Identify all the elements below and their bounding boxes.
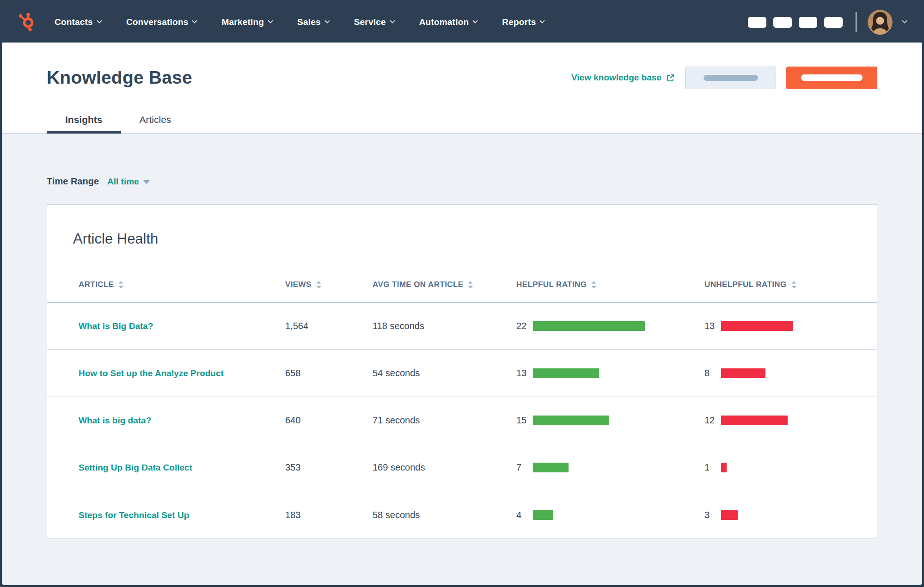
- unhelpful-bar: [721, 510, 738, 520]
- nav-item-sales[interactable]: Sales: [297, 17, 329, 27]
- tab-insights[interactable]: Insights: [47, 106, 121, 133]
- app-window: Contacts Conversations Marketing Sales S…: [0, 0, 924, 587]
- user-menu[interactable]: [868, 10, 906, 35]
- avg-time-value: 169 seconds: [373, 462, 516, 473]
- toolbar-icon-placeholder[interactable]: [799, 17, 817, 28]
- secondary-button[interactable]: [685, 67, 776, 89]
- unhelpful-count: 1: [704, 462, 721, 473]
- tab-label: Articles: [140, 114, 171, 125]
- article-health-card: Article Health ARTICLE VIEWS AVG TIME ON…: [47, 204, 877, 539]
- toolbar-icon-placeholder[interactable]: [824, 17, 843, 28]
- sort-arrows-icon: [791, 281, 797, 288]
- article-link[interactable]: What is Big Data?: [79, 321, 153, 331]
- views-value: 183: [285, 510, 373, 520]
- chevron-down-icon: [902, 18, 907, 23]
- unhelpful-count: 3: [704, 510, 721, 520]
- article-link[interactable]: What is big data?: [79, 416, 151, 425]
- article-link[interactable]: Setting Up Big Data Collect: [79, 463, 192, 472]
- top-navigation-bar: Contacts Conversations Marketing Sales S…: [2, 2, 922, 43]
- avg-time-value: 118 seconds: [373, 321, 516, 331]
- nav-item-label: Conversations: [126, 17, 189, 27]
- chevron-down-icon: [540, 18, 545, 23]
- helpful-bar: [533, 463, 569, 472]
- table-header-row: ARTICLE VIEWS AVG TIME ON ARTICLE HELPFU…: [47, 267, 877, 303]
- helpful-bar: [533, 321, 645, 331]
- chevron-down-icon: [390, 18, 395, 23]
- page-header: Knowledge Base View knowledge base: [2, 43, 922, 134]
- chevron-down-icon: [268, 18, 273, 23]
- chevron-down-icon: [473, 18, 478, 23]
- user-avatar: [868, 10, 893, 35]
- nav-item-marketing[interactable]: Marketing: [221, 17, 272, 27]
- sort-arrows-icon: [316, 281, 322, 288]
- avg-time-value: 71 seconds: [373, 415, 516, 426]
- nav-item-conversations[interactable]: Conversations: [126, 17, 197, 27]
- redacted-button-label: [801, 74, 863, 81]
- helpful-count: 15: [516, 415, 533, 426]
- nav-item-label: Service: [354, 17, 386, 27]
- nav-item-reports[interactable]: Reports: [502, 17, 544, 27]
- time-range-filter: Time Range All time: [47, 176, 877, 187]
- unhelpful-count: 12: [704, 415, 721, 426]
- external-link-icon: [666, 73, 675, 82]
- unhelpful-count: 13: [704, 321, 721, 331]
- chevron-down-icon: [324, 18, 330, 23]
- views-value: 1,564: [285, 321, 373, 331]
- views-value: 353: [285, 462, 373, 473]
- toolbar-icon-placeholder[interactable]: [773, 17, 792, 28]
- table-row: Setting Up Big Data Collect 353 169 seco…: [47, 444, 877, 491]
- tab-articles[interactable]: Articles: [121, 106, 190, 133]
- column-header-helpful-rating[interactable]: HELPFUL RATING: [516, 280, 704, 289]
- nav-item-label: Marketing: [221, 17, 264, 27]
- table-row: Steps for Technical Set Up 183 58 second…: [47, 491, 877, 538]
- avg-time-value: 54 seconds: [373, 368, 516, 379]
- chevron-down-icon: [192, 18, 197, 23]
- column-header-article[interactable]: ARTICLE: [79, 280, 285, 289]
- nav-item-contacts[interactable]: Contacts: [55, 17, 101, 27]
- nav-right-controls: [741, 10, 906, 35]
- chevron-down-icon: [97, 18, 102, 23]
- card-title: Article Health: [47, 205, 877, 247]
- article-link[interactable]: How to Set up the Analyze Product: [79, 368, 224, 378]
- header-actions: View knowledge base: [571, 67, 877, 89]
- column-header-avg-time[interactable]: AVG TIME ON ARTICLE: [373, 280, 516, 289]
- sort-arrows-icon: [118, 281, 124, 288]
- helpful-count: 4: [516, 510, 533, 520]
- view-knowledge-base-link[interactable]: View knowledge base: [571, 73, 675, 83]
- time-range-dropdown[interactable]: All time: [107, 177, 150, 187]
- main-content: Time Range All time Article Health ARTIC…: [2, 134, 922, 585]
- helpful-bar: [533, 416, 609, 425]
- time-range-selected-value: All time: [107, 177, 139, 187]
- hubspot-logo-icon[interactable]: [16, 11, 38, 33]
- views-value: 658: [285, 368, 373, 379]
- table-row: What is big data? 640 71 seconds 15 12: [47, 397, 877, 444]
- helpful-bar: [533, 510, 553, 520]
- primary-button[interactable]: [786, 67, 877, 89]
- unhelpful-bar: [721, 416, 788, 425]
- article-link[interactable]: Steps for Technical Set Up: [79, 510, 189, 520]
- nav-item-label: Sales: [297, 17, 321, 27]
- nav-item-label: Automation: [419, 17, 469, 27]
- column-header-unhelpful-rating[interactable]: UNHELPFUL RATING: [704, 280, 877, 289]
- article-health-table: ARTICLE VIEWS AVG TIME ON ARTICLE HELPFU…: [47, 267, 877, 538]
- helpful-count: 7: [516, 462, 533, 473]
- tab-label: Insights: [65, 114, 103, 125]
- nav-item-service[interactable]: Service: [354, 17, 394, 27]
- views-value: 640: [285, 415, 373, 426]
- unhelpful-bar: [721, 321, 793, 331]
- nav-item-label: Contacts: [55, 17, 93, 27]
- nav-menu: Contacts Conversations Marketing Sales S…: [55, 17, 569, 27]
- table-row: What is Big Data? 1,564 118 seconds 22 1…: [47, 303, 877, 350]
- link-label: View knowledge base: [571, 73, 661, 83]
- unhelpful-bar: [721, 368, 765, 378]
- tab-bar: Insights Articles: [47, 106, 877, 133]
- column-header-views[interactable]: VIEWS: [285, 280, 373, 289]
- table-row: How to Set up the Analyze Product 658 54…: [47, 350, 877, 397]
- toolbar-icon-placeholder[interactable]: [748, 17, 766, 28]
- caret-down-icon: [143, 180, 150, 184]
- avg-time-value: 58 seconds: [373, 510, 516, 520]
- sort-arrows-icon: [467, 281, 473, 288]
- nav-item-automation[interactable]: Automation: [419, 17, 477, 27]
- helpful-count: 22: [516, 321, 533, 331]
- nav-divider: [856, 12, 857, 32]
